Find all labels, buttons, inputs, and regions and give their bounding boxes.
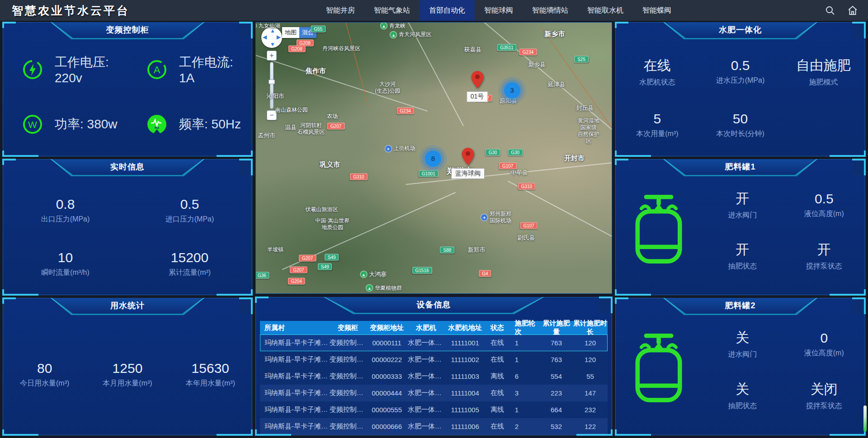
map-place-label: 半坡镇	[267, 246, 283, 253]
table-row[interactable]: 玛纳斯县-旱卡子滩乡-东岸...变频控制柜500000555水肥一体机51111…	[260, 401, 608, 418]
table-cell: 变频控制柜3	[330, 372, 366, 381]
table-cell: 玛纳斯县-旱卡子滩乡-东岸...	[260, 355, 330, 364]
device-cluster-marker[interactable]: 8	[425, 151, 441, 167]
device-cluster-marker[interactable]: 3	[504, 82, 520, 99]
device-table: 所属村变频柜变频柜地址水肥机水肥机地址状态施肥轮次累计施肥量累计施肥时长 玛纳斯…	[260, 321, 608, 435]
stat-month-usage: 1250本月用水量(m³)	[86, 361, 169, 388]
road-badge: G310	[518, 183, 535, 189]
metric-frequency: Hz 频率: 50Hz	[127, 97, 252, 152]
nav-item[interactable]: 智能球阀	[475, 0, 523, 21]
table-cell: 水肥一体机4	[408, 389, 444, 397]
svg-text:A: A	[154, 64, 160, 75]
map-canvas[interactable]: ▲ ▼ ◀ ▶ + − 地图 混合 ▲九女仙湖▲青龙峡▲青天河风景区新乡市丹河峡…	[255, 22, 612, 294]
map-place-label: ▲九女仙湖	[255, 22, 280, 29]
map-pan-control[interactable]: ▲ ▼ ◀ ▶	[261, 27, 282, 48]
map-place-label: 焦作市	[306, 66, 326, 75]
stat-year-usage: 15630本年用水量(m³)	[169, 361, 252, 388]
metric-power: W 功率: 380w	[3, 97, 127, 152]
nav-item[interactable]: 首部自动化	[420, 0, 475, 21]
map-place-label: 获嘉县	[464, 46, 482, 53]
zoom-slider[interactable]	[270, 62, 274, 109]
pin-label: 蓝海球阀	[451, 168, 485, 179]
map-place-label: 河阴软籽 石榴风景区	[297, 122, 325, 136]
current-icon: A	[146, 59, 167, 80]
map-place-label: ✈郑州新郑 国际机场	[481, 211, 511, 224]
map-place-label: 农场	[327, 113, 338, 119]
road-badge: G208	[288, 45, 305, 52]
road-badge: S88	[440, 246, 454, 253]
table-cell: 664	[540, 406, 573, 414]
table-cell: 120	[573, 339, 608, 347]
stat-tank1-level: 0.5液位高度(m)	[783, 179, 865, 231]
table-cell: 水肥一体机2	[408, 355, 444, 364]
panel-title: 水肥一体化	[663, 22, 818, 39]
device-pin-marker[interactable]	[471, 71, 484, 88]
scenic-icon: ▲	[390, 31, 397, 38]
stat-tank1-suction: 开抽肥状态	[702, 231, 783, 282]
road-badge: G30	[508, 149, 523, 155]
table-row[interactable]: 玛纳斯县-旱卡子滩乡-东岸...变频控制柜600000666水肥一体机61111…	[260, 418, 608, 435]
stat-inwater-pressure: 0.5进水压力(MPa)	[699, 45, 782, 99]
road-badge: G107	[520, 222, 537, 229]
stat-tank2-inlet-valve: 关进水阀门	[702, 318, 783, 370]
stat-tank1-inlet-valve: 开进水阀门	[702, 179, 783, 231]
table-row[interactable]: 玛纳斯县-旱卡子滩乡-东岸...变频控制柜300000333水肥一体机31111…	[260, 368, 608, 385]
table-cell: 在线	[486, 339, 509, 347]
map-place-label: ✈上街机场	[385, 145, 415, 152]
table-cell: 120	[573, 356, 608, 363]
frequency-icon: Hz	[146, 114, 167, 135]
nav-item[interactable]: 智能井房	[316, 0, 364, 21]
table-cell: 变频控制柜6	[330, 422, 366, 431]
scenic-icon: ▲	[360, 271, 367, 278]
scenic-icon: ▲	[366, 284, 373, 292]
table-cell: 变频控制柜4	[330, 389, 366, 397]
search-icon[interactable]	[825, 5, 835, 16]
nav-item[interactable]: 智能蝶阀	[633, 0, 681, 21]
nav-item[interactable]: 智能墒情站	[523, 0, 578, 21]
panel-water-usage: 用水统计 80今日用水量(m³) 1250本月用水量(m³) 15630本年用水…	[3, 298, 252, 435]
table-cell: 水肥一体机1	[408, 339, 444, 347]
road-badge: G55	[311, 25, 326, 32]
road-badge: G1001	[419, 170, 439, 177]
nav-item[interactable]: 智能取水机	[578, 0, 633, 21]
road-badge: G234	[396, 107, 414, 114]
table-cell: 变频控制柜5	[330, 405, 366, 414]
table-cell: 11111001	[444, 339, 486, 347]
road-badge: G36	[255, 272, 269, 278]
device-pin-marker[interactable]	[461, 148, 475, 165]
stat-current-volume: 5本次用量(m³)	[616, 99, 699, 152]
table-cell: 554	[540, 372, 573, 380]
stat-tank2-suction: 关抽肥状态	[702, 370, 783, 421]
power-icon: W	[22, 114, 43, 135]
zoom-in-button[interactable]: +	[267, 51, 277, 61]
map-place-label: 中牟县	[510, 169, 528, 176]
table-cell: 水肥一体机6	[408, 422, 444, 431]
table-row[interactable]: 玛纳斯县-旱卡子滩乡-东岸...变频控制柜100000111水肥一体机11111…	[260, 334, 608, 351]
stat-today-usage: 80今日用水量(m³)	[3, 361, 86, 388]
road-badge: G107	[499, 163, 516, 170]
table-row[interactable]: 玛纳斯县-旱卡子滩乡-东岸...变频控制柜200000222水肥一体机21111…	[260, 351, 608, 368]
road-badge: S49	[325, 254, 339, 261]
table-cell: 00000444	[366, 389, 408, 397]
table-cell: 玛纳斯县-旱卡子滩乡-东岸...	[260, 372, 330, 381]
table-cell: 在线	[486, 355, 509, 364]
airport-icon: ✈	[481, 214, 488, 221]
panel-tank1: 肥料罐1 开进水阀门 0.5液位高度(m) 开抽肥状态 开搅拌泵状态	[615, 159, 865, 295]
table-cell: 11111003	[444, 372, 486, 380]
page-scrollbar-thumb[interactable]	[863, 405, 867, 432]
table-cell: 离线	[486, 372, 509, 381]
table-cell: 223	[540, 389, 573, 397]
svg-text:Hz: Hz	[155, 126, 159, 130]
map-type-map-button[interactable]: 地图	[282, 27, 299, 38]
nav-item[interactable]: 智能气象站	[364, 0, 420, 21]
table-row[interactable]: 玛纳斯县-旱卡子滩乡-东岸...变频控制柜400000444水肥一体机41111…	[260, 385, 608, 401]
table-cell: 147	[573, 389, 608, 397]
map-place-label: 开封市	[564, 154, 585, 162]
panel-title: 用水统计	[51, 298, 205, 315]
column-header: 施肥轮次	[509, 319, 540, 336]
home-icon[interactable]	[847, 5, 858, 16]
map-place-label: 新郑市	[467, 246, 485, 254]
column-header: 水肥机	[408, 324, 444, 332]
stat-tank1-stirpump: 开搅拌泵状态	[783, 231, 865, 282]
map-place-label: ▲青龙峡	[380, 22, 406, 29]
